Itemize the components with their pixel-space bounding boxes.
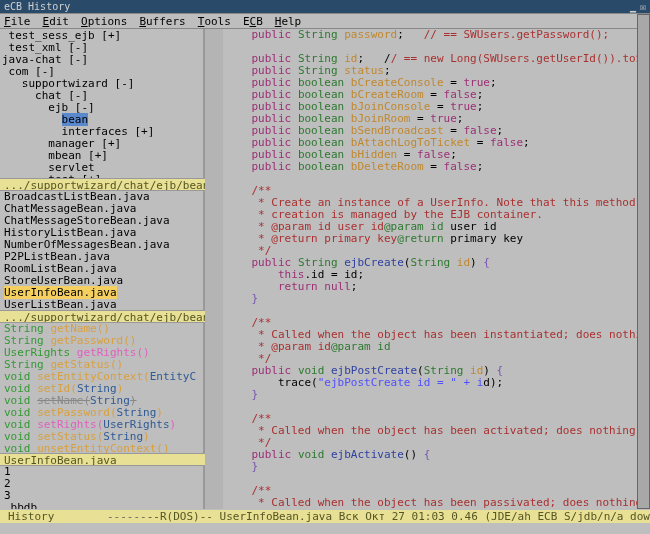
directory-tree[interactable]: test_sess_ejb [+] test_xml [-]java-chat … <box>0 29 205 178</box>
code-line[interactable] <box>225 173 650 185</box>
code-line[interactable]: public boolean bDeleteRoom = false; <box>225 161 650 173</box>
code-line[interactable]: * Called when the object has been passiv… <box>225 497 650 509</box>
code-line[interactable]: } <box>225 389 650 401</box>
menu-options[interactable]: Options <box>81 15 127 28</box>
code-line[interactable]: * Called when the object has been activa… <box>225 425 650 437</box>
menu-file[interactable]: File <box>4 15 31 28</box>
scrollbar[interactable] <box>637 14 650 509</box>
code-line[interactable]: trace("ejbPostCreate id = " + id); <box>225 377 650 389</box>
code-line[interactable]: return null; <box>225 281 650 293</box>
code-line[interactable]: public String password; // == SWUsers.ge… <box>225 29 650 41</box>
menu-ecb[interactable]: ECB <box>243 15 263 28</box>
menubar: File Edit Options Buffers Tools ECB Help <box>0 14 650 29</box>
history-item[interactable]: UserListBean.java <box>0 299 203 310</box>
code-line[interactable]: } <box>225 461 650 473</box>
fringe <box>205 29 223 509</box>
tree-path: .../supportwizard/chat/ejb/bean <box>0 178 205 191</box>
close-icon[interactable]: ☒ <box>640 1 646 12</box>
history-pane[interactable]: BroadcastListBean.javaChatMessageBean.ja… <box>0 191 205 310</box>
titlebar: eCB History ▁ ☒ <box>0 0 650 14</box>
method-item[interactable]: void unsetEntityContext() <box>0 443 203 453</box>
menu-tools[interactable]: Tools <box>198 15 231 28</box>
menu-buffers[interactable]: Buffers <box>139 15 185 28</box>
file-item[interactable]: 2 <box>0 478 203 490</box>
code-line[interactable]: } <box>225 293 650 305</box>
menu-help[interactable]: Help <box>275 15 302 28</box>
minimize-icon[interactable]: ▁ <box>630 1 636 12</box>
methods-bar: UserInfoBean.java <box>0 453 205 466</box>
menu-edit[interactable]: Edit <box>43 15 70 28</box>
code-line[interactable]: * @param id@param id <box>225 341 650 353</box>
code-line[interactable]: * @return primary key@return primary key <box>225 233 650 245</box>
code-line[interactable]: public void ejbActivate() { <box>225 449 650 461</box>
file-item[interactable]: 1 <box>0 466 203 478</box>
code-line[interactable] <box>225 305 650 317</box>
file-item[interactable]: .bbdb <box>0 502 203 509</box>
mode-line: History ------ --R(DOS)-- UserInfoBean.j… <box>0 510 650 523</box>
window-title: eCB History <box>4 1 630 12</box>
code-line[interactable] <box>225 401 650 413</box>
code-editor[interactable]: public String password; // == SWUsers.ge… <box>205 29 650 509</box>
modeline-buffer: History <box>0 510 107 523</box>
modeline-status: --R(DOS)-- UserInfoBean.java Вск Окт 27 … <box>147 510 650 523</box>
code-line[interactable] <box>225 473 650 485</box>
minibuffer[interactable] <box>0 523 650 534</box>
file-list[interactable]: 123.bbdblinks.txtemacs-Beginner-HOWTO.sg… <box>0 466 205 509</box>
modeline-fill: ------ <box>107 510 147 523</box>
methods-pane[interactable]: String getName()String getPassword()User… <box>0 323 205 453</box>
history-bar: .../supportwizard/chat/ejb/bean <box>0 310 205 323</box>
